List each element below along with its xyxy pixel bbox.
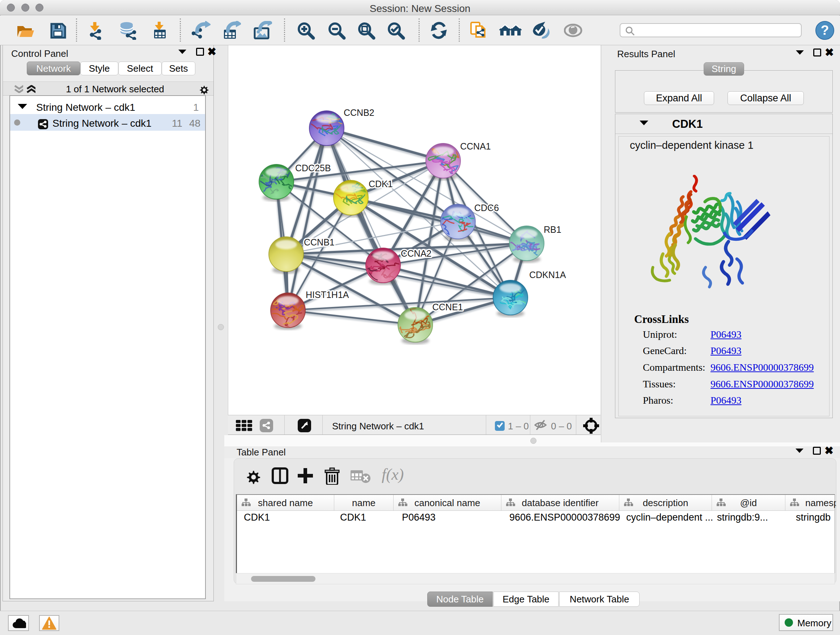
svg-text:CDK1: CDK1	[369, 179, 393, 189]
svg-text:CCNA1: CCNA1	[460, 141, 491, 151]
svg-text:CCNB1: CCNB1	[304, 237, 335, 247]
svg-text:CCNB2: CCNB2	[344, 108, 374, 118]
svg-text:CDKN1A: CDKN1A	[529, 270, 566, 280]
svg-text:CCNE1: CCNE1	[432, 302, 463, 312]
svg-text:RB1: RB1	[544, 225, 561, 234]
svg-text:CDC6: CDC6	[474, 203, 499, 213]
svg-text:CCNA2: CCNA2	[401, 249, 431, 258]
svg-text:HIST1H1A: HIST1H1A	[306, 290, 349, 300]
svg-text:CDC25B: CDC25B	[295, 163, 331, 173]
